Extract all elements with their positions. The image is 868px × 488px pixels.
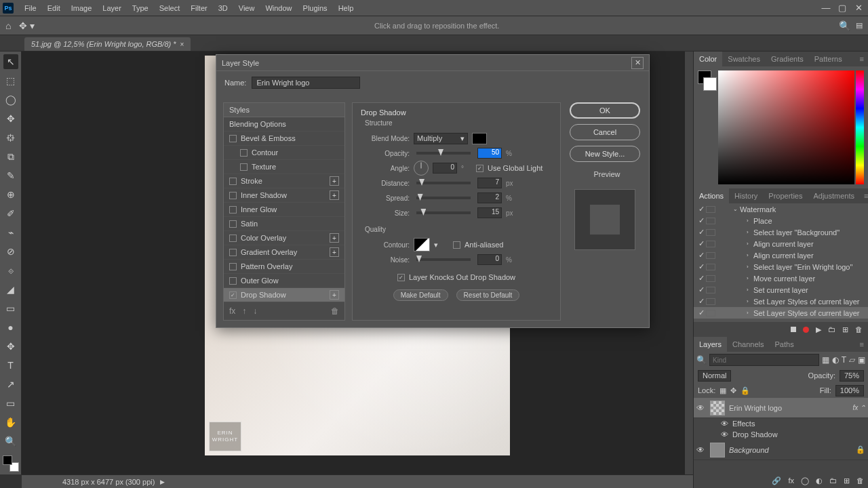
tool-shape[interactable]: ▭: [3, 396, 18, 411]
dialog-toggle[interactable]: [706, 252, 715, 259]
tool-heal[interactable]: ⊕: [3, 187, 18, 202]
up-arrow-icon[interactable]: ↑: [242, 306, 246, 316]
dialog-toggle[interactable]: [706, 298, 715, 305]
tab-channels[interactable]: Channels: [727, 337, 769, 352]
style-item[interactable]: Inner Shadow+: [224, 188, 344, 203]
trash-icon[interactable]: 🗑: [856, 476, 864, 485]
style-item[interactable]: Stroke+: [224, 174, 344, 188]
check-icon[interactable]: ✓: [696, 205, 706, 214]
chevron-icon[interactable]: ⌄: [733, 206, 740, 212]
antialias-checkbox[interactable]: [453, 241, 460, 249]
dialog-toggle[interactable]: [706, 218, 715, 224]
tool-zoom[interactable]: 🔍: [3, 434, 18, 449]
layer-thumbnail[interactable]: [710, 443, 725, 458]
link-icon[interactable]: 🔗: [772, 476, 781, 485]
chevron-icon[interactable]: ›: [747, 252, 753, 258]
action-row[interactable]: ✓›Set Layer Styles of current layer: [694, 296, 868, 307]
check-icon[interactable]: ✓: [696, 285, 706, 294]
tool-dodge[interactable]: ●: [3, 320, 18, 335]
distance-slider[interactable]: [416, 182, 471, 184]
group-icon[interactable]: 🗀: [829, 476, 837, 485]
menu-3d[interactable]: 3D: [213, 0, 233, 16]
trash-icon[interactable]: 🗑: [331, 306, 339, 316]
blending-options[interactable]: Blending Options: [224, 117, 344, 131]
check-icon[interactable]: ✓: [696, 262, 706, 271]
noise-input[interactable]: 0: [477, 254, 502, 265]
status-arrow-icon[interactable]: ▶: [160, 479, 165, 485]
tool-hand[interactable]: ✋: [3, 415, 18, 430]
chevron-icon[interactable]: ›: [747, 218, 753, 224]
cancel-button[interactable]: Cancel: [570, 124, 640, 140]
opacity-value[interactable]: 75%: [840, 370, 864, 382]
tab-color[interactable]: Color: [694, 52, 722, 66]
dialog-toggle[interactable]: [706, 229, 715, 236]
panel-menu-icon[interactable]: ≡: [856, 52, 868, 66]
add-instance-icon[interactable]: +: [330, 290, 339, 300]
filter-adjust-icon[interactable]: ◐: [832, 355, 839, 365]
menu-file[interactable]: File: [19, 0, 42, 16]
tab-properties[interactable]: Properties: [763, 188, 808, 203]
layer-effect-row[interactable]: 👁Effects: [694, 418, 868, 429]
add-instance-icon[interactable]: +: [330, 176, 339, 186]
chevron-icon[interactable]: ›: [747, 275, 753, 281]
tool-type[interactable]: T: [3, 358, 18, 373]
angle-dial[interactable]: [414, 161, 429, 176]
layer-thumbnail[interactable]: [710, 401, 725, 415]
style-checkbox[interactable]: [229, 178, 237, 185]
dialog-toggle[interactable]: [706, 275, 715, 282]
check-icon[interactable]: ✓: [696, 274, 706, 283]
new-layer-icon[interactable]: ⊞: [844, 476, 850, 485]
style-checkbox[interactable]: [229, 277, 237, 285]
chevron-icon[interactable]: ›: [747, 264, 753, 270]
tab-actions[interactable]: Actions: [694, 188, 729, 203]
tool-crop[interactable]: ⯐: [3, 130, 18, 145]
style-checkbox[interactable]: [229, 291, 237, 299]
style-checkbox[interactable]: [229, 249, 237, 256]
filter-image-icon[interactable]: ▦: [822, 355, 829, 365]
tool-frame[interactable]: ⧉: [3, 149, 18, 164]
add-instance-icon[interactable]: +: [330, 190, 339, 200]
global-light-checkbox[interactable]: [476, 165, 484, 172]
panel-menu-icon[interactable]: ≡: [856, 337, 868, 352]
foreground-color[interactable]: [3, 455, 12, 465]
tab-paths[interactable]: Paths: [770, 337, 800, 352]
add-instance-icon[interactable]: +: [330, 247, 339, 257]
tool-brush[interactable]: ✐: [3, 206, 18, 221]
style-item[interactable]: Color Overlay+: [224, 231, 344, 245]
menu-plugins[interactable]: Plugins: [298, 0, 333, 16]
ok-button[interactable]: OK: [570, 102, 640, 119]
tab-adjustments[interactable]: Adjustments: [808, 188, 860, 203]
tool-path[interactable]: ↗: [3, 377, 18, 392]
noise-slider[interactable]: [416, 258, 471, 261]
tool-eyedrop[interactable]: ✎: [3, 168, 18, 183]
adjustment-icon[interactable]: ◐: [816, 476, 823, 485]
dialog-toggle[interactable]: [706, 264, 715, 270]
dialog-toggle[interactable]: [706, 310, 715, 317]
visibility-icon[interactable]: 👁: [696, 445, 706, 455]
tool-gradient[interactable]: ◢: [3, 282, 18, 297]
menu-edit[interactable]: Edit: [42, 0, 66, 16]
record-icon[interactable]: [803, 327, 809, 333]
filter-type-icon[interactable]: T: [842, 355, 846, 365]
style-item[interactable]: Outer Glow: [224, 274, 344, 288]
bg-mini[interactable]: [703, 77, 717, 91]
action-row[interactable]: ✓›Place: [694, 215, 868, 226]
layer-name-input[interactable]: [252, 77, 360, 89]
lock-all-icon[interactable]: 🔒: [741, 386, 750, 395]
dialog-titlebar[interactable]: Layer Style ✕: [216, 55, 649, 71]
filter-shape-icon[interactable]: ▱: [849, 355, 855, 365]
chevron-icon[interactable]: ›: [747, 229, 753, 235]
style-item[interactable]: Drop Shadow+: [224, 288, 344, 302]
workspace-icon[interactable]: ▤: [856, 21, 863, 30]
tab-patterns[interactable]: Patterns: [809, 52, 848, 66]
tool-lasso[interactable]: ◯: [3, 92, 18, 107]
search-icon[interactable]: 🔍: [839, 20, 850, 31]
blend-mode-select[interactable]: Multiply▾: [414, 133, 468, 144]
check-icon[interactable]: ✓: [696, 228, 706, 237]
layer-item[interactable]: 👁 Erin Wright logo fx ⌃: [694, 398, 868, 418]
window-close-icon[interactable]: ✕: [852, 3, 865, 13]
opacity-slider[interactable]: [416, 152, 471, 155]
action-row[interactable]: ✓›Set current layer: [694, 284, 868, 296]
tab-layers[interactable]: Layers: [694, 337, 727, 352]
tool-marquee[interactable]: ⬚: [3, 73, 18, 88]
